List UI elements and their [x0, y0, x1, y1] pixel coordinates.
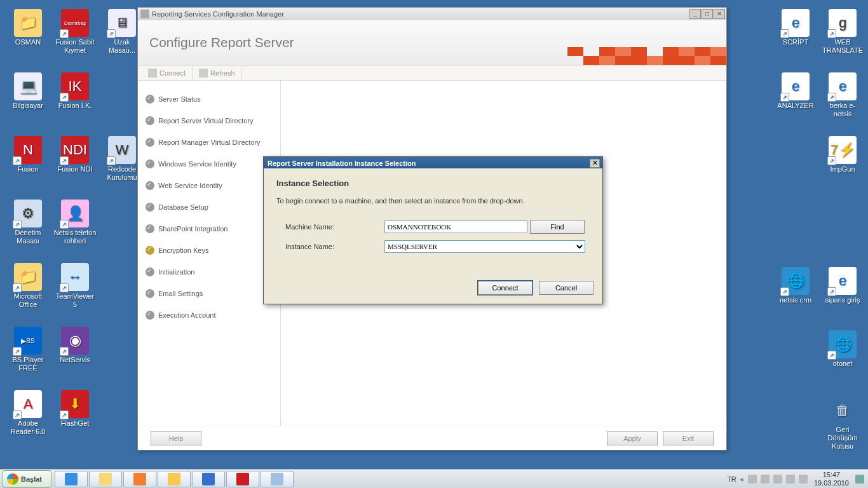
- desktop-icon-fusion-sabit-k-ymet[interactable]: Demirbaş↗Fusion Sabit Kıymet: [53, 9, 97, 55]
- shortcut-arrow-icon: ↗: [60, 29, 69, 38]
- desktop-icon-siparis-giri-[interactable]: e↗siparis giriş: [821, 267, 864, 304]
- nav-item-server-status[interactable]: Server Status: [143, 88, 275, 110]
- shortcut-arrow-icon: ↗: [827, 351, 836, 360]
- nav-item-initialization[interactable]: Initialization: [143, 261, 275, 283]
- maximize-button[interactable]: □: [702, 9, 713, 19]
- desktop-icon-netservis[interactable]: ◉↗NetServis: [53, 327, 97, 364]
- word-icon: [202, 473, 215, 485]
- desktop-icon-impgun[interactable]: 7⚡↗ImpGun: [821, 136, 864, 173]
- header: Configure Report Server: [138, 20, 726, 65]
- taskbar-app-outlook[interactable]: [158, 471, 191, 487]
- close-button[interactable]: ✕: [714, 9, 725, 19]
- exit-button[interactable]: Exit: [663, 431, 714, 445]
- app-icon: g↗: [829, 9, 857, 37]
- desktop-icon-web-translate[interactable]: g↗WEB TRANSLATE: [821, 9, 864, 55]
- app-icon: e↗: [829, 72, 857, 100]
- app-icon: 💻: [14, 72, 42, 100]
- app-icon: e↗: [782, 72, 810, 100]
- desktop-icon-adobe-reader-6-0[interactable]: A↗Adobe Reader 6.0: [6, 390, 50, 436]
- desktop-icon-flashget[interactable]: ⬇↗FlashGet: [53, 390, 97, 428]
- app-icon: 🖥↗: [108, 9, 136, 37]
- nav-item-windows-service-identity[interactable]: Windows Service Identity: [143, 153, 275, 175]
- desktop-icon-fusion-i-k-[interactable]: IK↗Fusion İ.K.: [53, 72, 97, 110]
- tray-expand-icon[interactable]: «: [740, 475, 744, 483]
- taskbar-app-media[interactable]: [123, 471, 156, 487]
- desktop-icon-fusion-ndi[interactable]: NDI↗Fusion NDI: [53, 136, 97, 173]
- tray-icon[interactable]: [773, 475, 782, 484]
- shortcut-arrow-icon: ↗: [60, 410, 69, 419]
- app-icon: Demirbaş↗: [61, 9, 89, 37]
- explorer-icon: [99, 473, 112, 485]
- nav-sidebar: Server StatusReport Server Virtual Direc…: [138, 81, 281, 426]
- network-icon[interactable]: [799, 475, 808, 484]
- status-dot-icon: [146, 116, 154, 125]
- nav-item-web-service-identity[interactable]: Web Service Identity: [143, 175, 275, 196]
- taskbar-app-word[interactable]: [192, 471, 225, 487]
- shortcut-arrow-icon: ↗: [13, 347, 22, 356]
- nav-item-encryption-keys[interactable]: Encryption Keys: [143, 240, 275, 261]
- start-button[interactable]: Başlat: [3, 470, 51, 488]
- cancel-button[interactable]: Cancel: [539, 281, 593, 295]
- taskbar-app-fusion[interactable]: [226, 471, 259, 487]
- desktop-icon-bs-player-free[interactable]: ▶BS↗BS.Player FREE: [6, 327, 50, 372]
- dialog-titlebar[interactable]: Report Server Installation Instance Sele…: [264, 157, 602, 168]
- apply-button[interactable]: Apply: [607, 431, 658, 445]
- dialog-close-button[interactable]: ✕: [590, 159, 600, 168]
- icon-label: Fusion İ.K.: [53, 102, 97, 110]
- desktop-icon-otonet[interactable]: 🌐↗otonet: [821, 330, 864, 368]
- clock[interactable]: 15:47 19.03.2010: [811, 471, 851, 487]
- icon-label: Fusion Sabit Kıymet: [53, 38, 97, 55]
- nav-item-email-settings[interactable]: Email Settings: [143, 283, 275, 304]
- desktop-icon-berka-e-netsis[interactable]: e↗berka e-netsis: [821, 72, 864, 118]
- window-titlebar[interactable]: Reporting Services Configuration Manager…: [138, 8, 726, 20]
- tray-icon[interactable]: [748, 475, 757, 484]
- icon-label: TeamViewer 5: [53, 292, 97, 309]
- shortcut-arrow-icon: ↗: [780, 29, 789, 38]
- nav-item-execution-account[interactable]: Execution Account: [143, 304, 275, 326]
- app-icon: 7⚡↗: [829, 136, 857, 164]
- app-icon: ↔↗: [61, 263, 89, 291]
- status-dot-icon: [146, 246, 154, 255]
- find-button[interactable]: Find: [530, 220, 585, 234]
- desktop-icon-netsis-crm[interactable]: 🌐↗netsis crm: [774, 267, 817, 304]
- instance-name-label: Instance Name:: [276, 243, 384, 250]
- app-icon: 👤↗: [61, 200, 89, 227]
- desktop-icon-fusion[interactable]: N↗Fusion: [6, 136, 50, 173]
- taskbar: Başlat TR « 15:47 19.03.2010: [0, 469, 868, 488]
- nav-item-database-setup[interactable]: Database Setup: [143, 196, 275, 218]
- nav-item-sharepoint-integration[interactable]: SharePoint Integration: [143, 218, 275, 240]
- minimize-button[interactable]: _: [689, 9, 701, 19]
- show-desktop-button[interactable]: [855, 475, 864, 484]
- desktop-icon-teamviewer-5[interactable]: ↔↗TeamViewer 5: [53, 263, 97, 309]
- nav-item-report-server-virtual-directory[interactable]: Report Server Virtual Directory: [143, 110, 275, 132]
- desktop-icon-scri-pt[interactable]: e↗SCRİPT: [774, 9, 817, 46]
- icon-label: berka e-netsis: [821, 102, 864, 118]
- instance-name-select[interactable]: MSSQLSERVER: [384, 240, 585, 253]
- shortcut-arrow-icon: ↗: [13, 410, 22, 419]
- taskbar-app-ie[interactable]: [55, 471, 88, 487]
- icon-label: Fusion NDI: [53, 165, 97, 173]
- status-dot-icon: [146, 311, 154, 320]
- help-button[interactable]: Help: [151, 431, 201, 445]
- connect-button[interactable]: Connect: [478, 281, 532, 295]
- desktop-icon-osman[interactable]: 📁OSMAN: [6, 9, 50, 46]
- connect-toolbar-button[interactable]: Connect: [142, 65, 193, 80]
- icon-label: NetServis: [53, 356, 97, 364]
- tray-icon[interactable]: [761, 475, 770, 484]
- system-tray: TR « 15:47 19.03.2010: [723, 470, 868, 488]
- desktop-icon-bilgisayar[interactable]: 💻Bilgisayar: [6, 72, 50, 110]
- desktop-icon-microsoft-office[interactable]: 📁↗Microsoft Office: [6, 263, 50, 309]
- desktop-icon-analyzer[interactable]: e↗ANALYZER: [774, 72, 817, 110]
- desktop-icon-geri-d-n-m-kutusu[interactable]: 🗑Geri Dönüşüm Kutusu: [821, 396, 864, 451]
- machine-name-input[interactable]: [384, 220, 527, 233]
- icon-label: SCRİPT: [774, 38, 817, 46]
- language-indicator[interactable]: TR: [727, 475, 736, 483]
- taskbar-app-explorer[interactable]: [89, 471, 122, 487]
- app-icon: ◉↗: [61, 327, 89, 355]
- refresh-toolbar-button[interactable]: Refresh: [193, 65, 242, 80]
- volume-icon[interactable]: [786, 475, 795, 484]
- taskbar-app-config-manager[interactable]: [261, 471, 294, 487]
- desktop-icon-denetim-masas-[interactable]: ⚙↗Denetim Masası: [6, 200, 50, 245]
- desktop-icon-netsis-telefon-rehberi[interactable]: 👤↗Netsis telefon rehberi: [53, 200, 97, 245]
- nav-item-report-manager-virtual-directory[interactable]: Report Manager Virtual Directory: [143, 132, 275, 153]
